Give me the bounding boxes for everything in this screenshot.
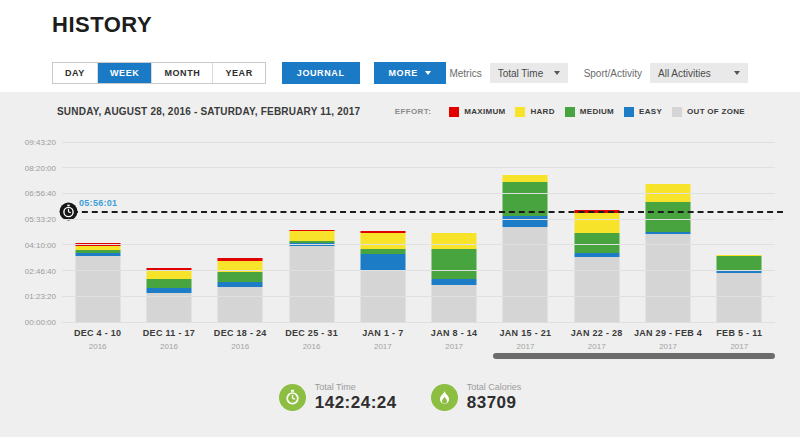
x-axis-label: DEC 11 - 172016 xyxy=(133,328,204,351)
year-label: 2016 xyxy=(62,342,133,351)
legend-item-hard: HARD xyxy=(515,107,554,117)
year-label: 2017 xyxy=(632,342,703,351)
x-axis-label: FEB 5 - 112017 xyxy=(704,328,775,351)
total-time-clock-icon xyxy=(279,384,306,411)
average-line xyxy=(62,211,783,213)
bar-segment-hard xyxy=(360,233,405,249)
bar-segment-medium xyxy=(218,272,263,282)
page-header: HISTORY DAYWEEKMONTHYEAR JOURNAL MORE Me… xyxy=(0,0,800,92)
x-axis-label: DEC 25 - 312016 xyxy=(276,328,347,351)
total-time-label: Total Time xyxy=(315,382,397,392)
week-label: JAN 8 - 14 xyxy=(418,328,489,338)
more-button[interactable]: MORE xyxy=(374,62,446,84)
bar-segment-out-of-zone xyxy=(432,285,477,322)
week-label: DEC 4 - 10 xyxy=(62,328,133,338)
stacked-bar[interactable] xyxy=(574,210,619,322)
bar-segment-hard xyxy=(289,231,334,241)
year-label: 2017 xyxy=(347,342,418,351)
gridline xyxy=(62,193,775,194)
legend-label: HARD xyxy=(530,107,554,116)
page-title: HISTORY xyxy=(52,12,152,38)
sport-activity-dropdown[interactable]: All Activities xyxy=(650,63,748,83)
total-calories-label: Total Calories xyxy=(467,382,522,392)
total-calories-item: Total Calories 83709 xyxy=(431,382,522,413)
y-axis-tick: 00:00:00 xyxy=(25,318,56,327)
legend-items: MAXIMUMHARDMEDIUMEASYOUT OF ZONE xyxy=(439,107,745,117)
tab-day[interactable]: DAY xyxy=(53,63,98,83)
bar-segment-easy xyxy=(503,216,548,227)
bar-segment-hard xyxy=(503,175,548,182)
stacked-bar[interactable] xyxy=(717,255,762,322)
totals-summary: Total Time 142:24:24 Total Calories 8370… xyxy=(0,382,800,413)
average-clock-icon xyxy=(59,202,78,225)
stacked-bar[interactable] xyxy=(503,175,548,322)
bar-segment-medium xyxy=(146,279,191,288)
year-label: 2016 xyxy=(276,342,347,351)
legend-label: MAXIMUM xyxy=(464,107,505,116)
week-label: DEC 25 - 31 xyxy=(276,328,347,338)
view-tabs: DAYWEEKMONTHYEAR xyxy=(52,62,266,84)
y-axis-tick: 01:23:20 xyxy=(25,292,56,301)
toolbar: DAYWEEKMONTHYEAR JOURNAL MORE Metrics To… xyxy=(52,62,748,84)
effort-legend: EFFORT: MAXIMUMHARDMEDIUMEASYOUT OF ZONE xyxy=(395,107,745,117)
bar-segment-hard xyxy=(146,270,191,279)
bar-segment-medium xyxy=(432,249,477,279)
stacked-bar[interactable] xyxy=(218,258,263,322)
week-label: DEC 18 - 24 xyxy=(205,328,276,338)
bar-segment-medium xyxy=(646,202,691,231)
chart-header-row: SUNDAY, AUGUST 28, 2016 - SATURDAY, FEBR… xyxy=(57,106,745,117)
average-value-label: 05:56:01 xyxy=(79,198,117,208)
total-calories-flame-icon xyxy=(431,384,458,411)
tab-month[interactable]: MONTH xyxy=(152,63,213,83)
legend-label: MEDIUM xyxy=(580,107,614,116)
chart-scrollbar[interactable] xyxy=(493,353,775,359)
bar-segment-out-of-zone xyxy=(218,287,263,322)
tab-year[interactable]: YEAR xyxy=(213,63,264,83)
chevron-down-icon xyxy=(425,71,431,75)
date-range: SUNDAY, AUGUST 28, 2016 - SATURDAY, FEBR… xyxy=(57,106,360,117)
year-label: 2017 xyxy=(418,342,489,351)
x-axis-label: JAN 1 - 72017 xyxy=(347,328,418,351)
bar-segment-hard xyxy=(432,233,477,249)
stacked-bar[interactable] xyxy=(75,243,120,322)
legend-swatch xyxy=(515,107,525,117)
year-label: 2016 xyxy=(205,342,276,351)
tab-week[interactable]: WEEK xyxy=(98,63,152,83)
x-axis-label: JAN 15 - 212017 xyxy=(490,328,561,351)
gridline xyxy=(62,296,775,297)
week-label: DEC 11 - 17 xyxy=(133,328,204,338)
stacked-bar[interactable] xyxy=(432,233,477,322)
legend-item-easy: EASY xyxy=(624,107,662,117)
metrics-label: Metrics xyxy=(449,68,481,79)
y-axis-tick: 09:43:20 xyxy=(25,138,56,147)
week-label: JAN 22 - 28 xyxy=(561,328,632,338)
y-axis-tick: 05:33:20 xyxy=(25,215,56,224)
legend-swatch xyxy=(449,107,459,117)
journal-button[interactable]: JOURNAL xyxy=(282,62,360,84)
gridline xyxy=(62,244,775,245)
chevron-down-icon xyxy=(554,71,560,75)
legend-item-out-of-zone: OUT OF ZONE xyxy=(672,107,745,117)
x-axis-labels: DEC 4 - 102016DEC 11 - 172016DEC 18 - 24… xyxy=(62,328,775,351)
plot-area: 05:56:01 00:00:0001:23:2002:46:4004:10:0… xyxy=(62,142,775,322)
bar-segment-out-of-zone xyxy=(717,273,762,322)
y-axis-tick: 02:46:40 xyxy=(25,266,56,275)
y-axis-tick: 04:10:00 xyxy=(25,240,56,249)
y-axis-tick: 08:20:00 xyxy=(25,163,56,172)
gridline xyxy=(62,219,775,220)
legend-swatch xyxy=(672,107,682,117)
x-axis-label: DEC 4 - 102016 xyxy=(62,328,133,351)
year-label: 2017 xyxy=(561,342,632,351)
legend-item-maximum: MAXIMUM xyxy=(449,107,505,117)
stacked-bar[interactable] xyxy=(646,184,691,322)
year-label: 2017 xyxy=(490,342,561,351)
x-axis-label: JAN 29 - FEB 42017 xyxy=(632,328,703,351)
legend-label: EASY xyxy=(639,107,662,116)
total-time-item: Total Time 142:24:24 xyxy=(279,382,397,413)
legend-title: EFFORT: xyxy=(395,107,432,116)
bar-segment-out-of-zone xyxy=(646,234,691,322)
filter-controls: Metrics Total Time Sport/Activity All Ac… xyxy=(449,63,748,83)
week-label: JAN 15 - 21 xyxy=(490,328,561,338)
bar-segment-out-of-zone xyxy=(289,246,334,322)
metrics-dropdown[interactable]: Total Time xyxy=(490,63,568,83)
